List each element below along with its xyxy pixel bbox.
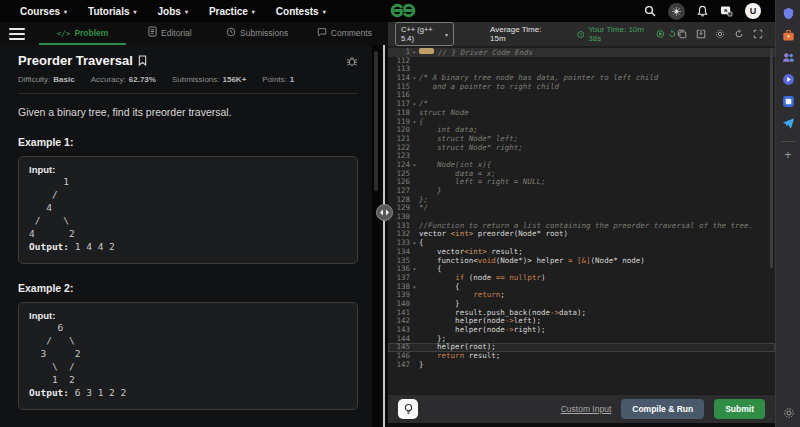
paper-plane-icon[interactable] bbox=[782, 117, 795, 130]
shield-app-icon[interactable] bbox=[782, 7, 795, 20]
pause-timer-icon[interactable] bbox=[656, 29, 665, 39]
search-icon[interactable] bbox=[644, 5, 656, 17]
fold-gutter bbox=[410, 274, 419, 283]
strip-settings-icon[interactable] bbox=[776, 407, 800, 419]
report-bug-icon[interactable] bbox=[346, 55, 358, 67]
folded-code-badge[interactable] bbox=[419, 48, 434, 54]
bookmark-icon[interactable] bbox=[138, 55, 147, 66]
fold-gutter bbox=[410, 196, 419, 205]
code-line[interactable]: 135 function<void(Node*)> helper = [&](N… bbox=[388, 257, 775, 266]
language-label: C++ (g++ 5.4) bbox=[401, 25, 441, 43]
copy-code-icon[interactable] bbox=[677, 29, 687, 39]
jobs-bag-icon[interactable] bbox=[782, 29, 795, 42]
code-line[interactable]: 127 } bbox=[388, 187, 775, 196]
code-line[interactable]: 128}; bbox=[388, 196, 775, 205]
code-line[interactable]: 122 struct Node* right; bbox=[388, 144, 775, 153]
tree-row: 4 bbox=[29, 201, 347, 214]
hamburger-menu-icon[interactable] bbox=[0, 22, 39, 45]
code-line[interactable]: 132vector <int> preorder(Node* root) bbox=[388, 230, 775, 239]
code-line[interactable]: 118struct Node bbox=[388, 109, 775, 118]
fold-caret-icon[interactable]: ▸ bbox=[410, 48, 419, 57]
nav-menu-item-courses[interactable]: Courses▾ bbox=[20, 6, 67, 17]
theme-toggle-icon[interactable] bbox=[668, 3, 685, 20]
notification-bell-icon[interactable] bbox=[697, 5, 708, 17]
nav-menu-item-practice[interactable]: Practice▾ bbox=[209, 6, 255, 17]
code-editor[interactable]: 1▸// } Driver Code Ends112113114▾/* A bi… bbox=[388, 46, 775, 394]
reset-code-icon[interactable] bbox=[734, 29, 744, 39]
example-output: Output: 1 4 4 2 bbox=[29, 240, 347, 254]
code-text: */ bbox=[419, 204, 428, 213]
tab-editorial[interactable]: Editorial bbox=[126, 22, 213, 45]
compile-run-button[interactable]: Compile & Run bbox=[621, 399, 704, 419]
fold-gutter bbox=[410, 83, 419, 92]
problem-scrollbar[interactable] bbox=[372, 45, 380, 427]
code-text: struct Node* right; bbox=[419, 144, 523, 153]
fold-caret-icon[interactable]: ▾ bbox=[410, 283, 419, 292]
editor-toolbar-icons bbox=[677, 29, 763, 39]
language-selector[interactable]: C++ (g++ 5.4) ▾ bbox=[395, 22, 454, 46]
chevron-down-icon: ▾ bbox=[134, 8, 137, 15]
divider-drag-handle[interactable] bbox=[376, 204, 393, 221]
panel-divider[interactable] bbox=[380, 45, 388, 427]
code-line[interactable]: 112 bbox=[388, 57, 775, 66]
fold-caret-icon[interactable]: ▾ bbox=[410, 161, 419, 170]
fold-caret-icon[interactable]: ▾ bbox=[410, 239, 419, 248]
nav-menu-label: Tutorials bbox=[88, 6, 129, 17]
reset-timer-icon[interactable] bbox=[668, 29, 677, 39]
blue-app-icon[interactable] bbox=[782, 95, 795, 108]
community-icon[interactable] bbox=[782, 51, 795, 64]
tab-problem[interactable]: </>Problem bbox=[39, 22, 126, 45]
nav-menu-item-contests[interactable]: Contests▾ bbox=[276, 6, 326, 17]
code-line[interactable]: 129*/ bbox=[388, 204, 775, 213]
nav-menu-item-jobs[interactable]: Jobs▾ bbox=[158, 6, 188, 17]
fold-caret-icon[interactable]: ▾ bbox=[410, 118, 419, 127]
user-avatar[interactable]: U bbox=[745, 3, 761, 19]
code-line[interactable]: 126 left = right = NULL; bbox=[388, 178, 775, 187]
fold-gutter bbox=[410, 144, 419, 153]
tab-comments[interactable]: Comments bbox=[301, 22, 388, 45]
code-line[interactable]: 1▸// } Driver Code Ends bbox=[388, 48, 775, 57]
code-line[interactable]: 147} bbox=[388, 361, 775, 370]
fold-caret-icon[interactable]: ▾ bbox=[410, 265, 419, 274]
example-input-label: Input: bbox=[29, 310, 347, 321]
add-app-icon[interactable]: + bbox=[784, 150, 791, 160]
editor-settings-icon[interactable] bbox=[715, 29, 725, 39]
page-title: Preorder Traversal bbox=[18, 53, 133, 68]
custom-input-link[interactable]: Custom Input bbox=[561, 404, 612, 414]
tree-row: 1 bbox=[29, 175, 347, 188]
right-app-strip: + bbox=[775, 0, 800, 427]
nav-menu-label: Jobs bbox=[158, 6, 181, 17]
chevron-down-icon: ▾ bbox=[185, 8, 188, 15]
fold-caret-icon[interactable]: ▾ bbox=[410, 74, 419, 83]
export-code-icon[interactable] bbox=[696, 29, 706, 39]
video-play-icon[interactable] bbox=[782, 73, 795, 86]
timer-icon bbox=[577, 30, 585, 39]
tab-submissions[interactable]: Submissions bbox=[214, 22, 301, 45]
meta-item: Accuracy:62.73% bbox=[91, 75, 156, 84]
meta-item: Difficulty:Basic bbox=[18, 75, 75, 84]
submit-button[interactable]: Submit bbox=[714, 399, 765, 419]
fold-caret-icon[interactable]: ▾ bbox=[410, 100, 419, 109]
code-line[interactable]: 116 bbox=[388, 91, 775, 100]
code-text: struct Node bbox=[419, 109, 469, 118]
example-label: Example 2: bbox=[18, 282, 358, 294]
campus-icon[interactable]: a bbox=[720, 5, 733, 17]
tree-row: 3 2 bbox=[29, 347, 347, 360]
example-box: Input: 1 / 4 / \4 2Output: 1 4 4 2 bbox=[18, 156, 358, 264]
code-line[interactable]: 115 and a pointer to right child bbox=[388, 83, 775, 92]
chevron-down-icon: ▾ bbox=[252, 8, 255, 15]
meta-item: Points:1 bbox=[262, 75, 294, 84]
fullscreen-icon[interactable] bbox=[753, 29, 763, 39]
nav-menu-item-tutorials[interactable]: Tutorials▾ bbox=[88, 6, 137, 17]
gfg-logo[interactable] bbox=[389, 1, 417, 24]
fold-gutter bbox=[410, 222, 419, 231]
code-line[interactable]: 146 return result; bbox=[388, 352, 775, 361]
page-root: Courses▾Tutorials▾Jobs▾Practice▾Contests… bbox=[0, 0, 800, 427]
fold-gutter bbox=[410, 230, 419, 239]
tab-label: Comments bbox=[331, 28, 372, 38]
tree-row: / \ bbox=[29, 214, 347, 227]
hint-bulb-icon[interactable] bbox=[398, 399, 418, 419]
fold-gutter bbox=[410, 291, 419, 300]
editor-scrollbar[interactable] bbox=[770, 46, 773, 394]
fold-gutter bbox=[410, 317, 419, 326]
